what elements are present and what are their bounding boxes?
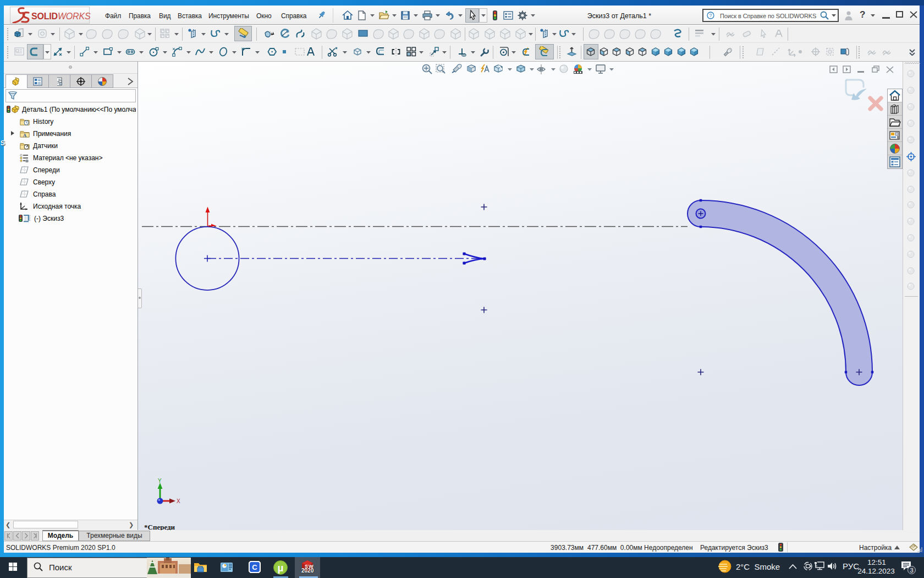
svg-text:A: A	[23, 133, 27, 138]
svg-text:µ: µ	[278, 562, 284, 574]
svg-text:?: ?	[709, 13, 712, 18]
svg-text:X: X	[177, 498, 180, 504]
svg-text:C: C	[252, 563, 257, 571]
svg-text:Y: Y	[158, 478, 162, 484]
